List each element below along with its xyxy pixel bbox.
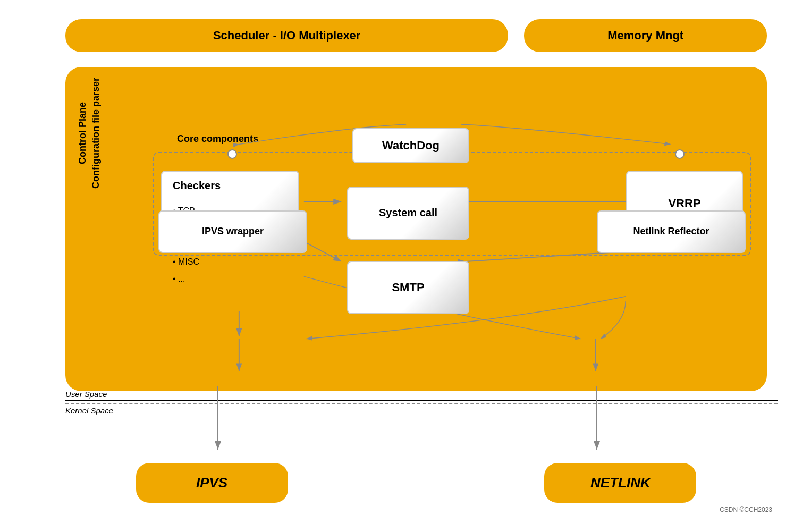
netlink-reflector-label: Netlink Reflector	[633, 226, 709, 237]
user-space-label: User Space	[65, 390, 778, 399]
core-label: Core components	[177, 133, 258, 145]
bottom-spacer-right	[728, 463, 767, 503]
ipvs-bottom-box: IPVS	[136, 463, 288, 503]
netlink-reflector-box: Netlink Reflector	[597, 210, 746, 253]
syscall-box: System call	[347, 187, 469, 240]
sidebar-line2: Configuration file parser	[89, 78, 103, 189]
checker-etc: ...	[173, 271, 288, 288]
main-container: Control Plane Configuration file parser …	[65, 67, 767, 391]
memory-box: Memory Mngt	[524, 19, 767, 52]
watchdog-box: WatchDog	[352, 128, 469, 163]
bottom-boxes: IPVS NETLINK	[65, 463, 767, 503]
scheduler-box: Scheduler - I/O Multiplexer	[65, 19, 508, 52]
memory-label: Memory Mngt	[607, 29, 683, 43]
sidebar-line1: Control Plane	[76, 78, 89, 189]
sidebar-label: Control Plane Configuration file parser	[76, 78, 103, 189]
dashed-divider	[65, 403, 778, 404]
space-labels: User Space Kernel Space	[65, 390, 778, 415]
syscall-label: System call	[379, 207, 437, 219]
bottom-spacer-mid	[320, 463, 513, 503]
ipvs-label: IPVS	[196, 475, 227, 491]
smtp-box: SMTP	[347, 261, 469, 314]
kernel-space-label: Kernel Space	[65, 406, 778, 415]
smtp-label: SMTP	[392, 281, 424, 294]
scheduler-label: Scheduler - I/O Multiplexer	[213, 29, 361, 43]
bottom-spacer-left	[65, 463, 104, 503]
ipvs-wrapper-box: IPVS wrapper	[158, 210, 307, 253]
checker-misc: MISC	[173, 254, 288, 271]
watchdog-label: WatchDog	[382, 139, 440, 152]
ipvs-wrapper-label: IPVS wrapper	[202, 226, 264, 237]
circle-left	[227, 149, 237, 159]
canvas: Scheduler - I/O Multiplexer Memory Mngt …	[33, 14, 778, 519]
solid-divider	[65, 400, 778, 401]
circle-right	[675, 149, 685, 159]
watermark: CSDN ©CCH2023	[720, 506, 772, 513]
netlink-bottom-box: NETLINK	[544, 463, 696, 503]
netlink-label: NETLINK	[590, 475, 651, 491]
top-row: Scheduler - I/O Multiplexer Memory Mngt	[65, 19, 767, 52]
checkers-title: Checkers	[173, 180, 288, 192]
